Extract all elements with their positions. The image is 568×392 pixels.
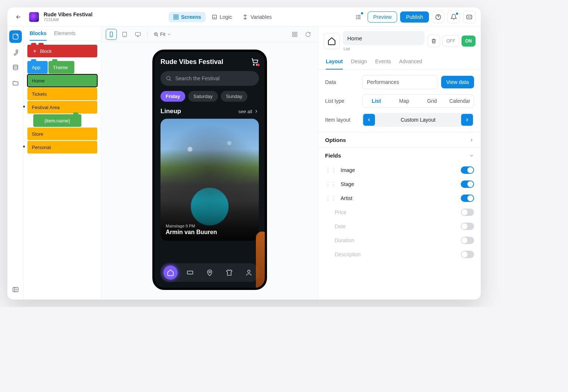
inspector-tab-events[interactable]: Events <box>375 55 391 70</box>
lineup-card[interactable]: Mainstage 9 PM Armin van Buuren <box>160 119 259 241</box>
tab-location-icon[interactable] <box>203 266 217 280</box>
delete-button[interactable] <box>427 35 440 47</box>
drag-handle-icon[interactable]: ⋮⋮ <box>325 195 337 202</box>
tab-variables[interactable]: Variables <box>238 12 276 22</box>
svg-rect-14 <box>135 32 140 36</box>
field-label: Date <box>335 223 346 229</box>
block-tickets[interactable]: Tickets <box>27 88 97 100</box>
list-type-map[interactable]: Map <box>390 95 418 107</box>
rail-screens-icon[interactable] <box>9 30 22 43</box>
field-label: Price <box>335 209 346 215</box>
back-button[interactable] <box>13 11 24 23</box>
tab-screens[interactable]: Screens <box>169 12 206 22</box>
preview-button[interactable]: Preview <box>368 11 397 23</box>
chevron-down-icon <box>469 153 474 158</box>
view-data-button[interactable]: View data <box>441 76 474 88</box>
publish-button[interactable]: Publish <box>400 11 429 23</box>
field-label: Description <box>335 251 361 257</box>
block-festival-area[interactable]: ▼ Festival Area <box>27 101 97 114</box>
field-row: Price <box>325 205 474 219</box>
fields-section[interactable]: Fields <box>318 148 481 163</box>
field-toggle[interactable] <box>461 223 474 230</box>
block-theme-label: Theme <box>48 61 74 74</box>
field-row: ⋮⋮Artist <box>325 191 474 205</box>
grid-view-icon[interactable] <box>289 29 300 40</box>
tab-logic[interactable]: Logic <box>207 12 236 22</box>
caret-icon[interactable]: ▼ <box>22 145 26 149</box>
inspector-tab-layout[interactable]: Layout <box>326 55 343 70</box>
field-toggle[interactable] <box>461 195 474 202</box>
day-chip-friday[interactable]: Friday <box>160 91 185 102</box>
block-theme[interactable]: Theme <box>48 61 74 74</box>
svg-rect-16 <box>293 32 294 34</box>
block-personal[interactable]: ▼ Personal <box>27 141 97 153</box>
inspector-tab-design[interactable]: Design <box>351 55 367 70</box>
layout-prev-button[interactable] <box>363 114 375 126</box>
block-item-name[interactable]: {item.name} <box>33 114 81 127</box>
svg-rect-1 <box>176 15 178 17</box>
list-type-grid[interactable]: Grid <box>418 95 446 107</box>
drag-handle-icon[interactable]: ⋮⋮ <box>325 167 337 174</box>
help-icon[interactable] <box>432 11 444 23</box>
rail-theme-icon[interactable] <box>9 46 22 58</box>
sidebar-tab-blocks[interactable]: Blocks <box>30 30 47 41</box>
visibility-on[interactable]: ON <box>462 36 476 47</box>
field-label: Stage <box>341 181 354 187</box>
block-home[interactable]: Home <box>27 74 97 87</box>
field-toggle[interactable] <box>461 237 474 244</box>
device-phone-icon[interactable] <box>106 29 117 40</box>
device-tablet-icon[interactable] <box>119 29 130 40</box>
svg-point-21 <box>256 64 257 65</box>
options-section[interactable]: Options <box>318 132 481 148</box>
phone-title: Rude Vibes Festival <box>160 58 223 66</box>
sidebar-tab-elements[interactable]: Elements <box>54 30 75 41</box>
list-type-list[interactable]: List <box>362 95 390 107</box>
see-all-link[interactable]: see all <box>238 109 259 114</box>
cart-icon[interactable] <box>251 58 259 66</box>
svg-point-23 <box>209 271 210 273</box>
caret-icon[interactable]: ▼ <box>22 105 26 109</box>
rail-expand-icon[interactable] <box>9 283 22 296</box>
tab-profile-icon[interactable] <box>242 266 256 280</box>
field-toggle[interactable] <box>461 180 474 188</box>
drag-handle-icon[interactable]: ⋮⋮ <box>325 181 337 188</box>
field-toggle[interactable] <box>461 209 474 216</box>
day-chip-sunday[interactable]: Sunday <box>221 91 247 102</box>
layout-next-button[interactable] <box>461 114 473 126</box>
search-input[interactable]: Search the Festival <box>160 71 259 86</box>
tab-merch-icon[interactable] <box>222 266 236 280</box>
rail-database-icon[interactable] <box>9 61 22 74</box>
list-type-calendar[interactable]: Calendar <box>446 95 474 107</box>
rail-files-icon[interactable] <box>9 77 22 89</box>
field-row: Description <box>325 247 474 261</box>
svg-point-7 <box>468 17 469 17</box>
field-toggle[interactable] <box>461 166 474 174</box>
data-source-input[interactable] <box>362 75 437 89</box>
inspector-tab-advanced[interactable]: Advanced <box>399 55 422 70</box>
notifications-icon[interactable] <box>447 11 460 23</box>
app-icon <box>29 12 39 22</box>
device-desktop-icon[interactable] <box>132 29 143 40</box>
field-toggle[interactable] <box>461 251 474 258</box>
visibility-off[interactable]: OFF <box>442 35 459 47</box>
tab-home-icon[interactable] <box>163 266 178 280</box>
block-store[interactable]: Store <box>27 128 97 140</box>
block-item-name-label: {item.name} <box>33 114 81 127</box>
day-chip-saturday[interactable]: Saturday <box>188 91 218 102</box>
zoom-control[interactable]: Fit <box>153 31 171 37</box>
svg-rect-11 <box>13 287 18 292</box>
project-title: Rude Vibes Festival 7131AM <box>44 12 92 22</box>
tab-tickets-icon[interactable] <box>183 266 197 280</box>
svg-rect-3 <box>176 17 178 19</box>
lineup-heading: Lineup <box>160 108 181 115</box>
checklist-icon[interactable] <box>352 11 365 23</box>
card-artist: Armin van Buuren <box>166 229 217 236</box>
add-block-button[interactable]: ＋Block <box>27 45 97 57</box>
block-personal-label: Personal <box>27 141 97 153</box>
refresh-icon[interactable] <box>302 29 314 40</box>
svg-rect-0 <box>174 15 176 17</box>
block-app[interactable]: App <box>27 61 48 74</box>
screen-name-input[interactable]: Home <box>343 31 425 45</box>
list-type-segmented: List Map Grid Calendar <box>362 94 474 108</box>
chat-icon[interactable] <box>463 11 476 23</box>
